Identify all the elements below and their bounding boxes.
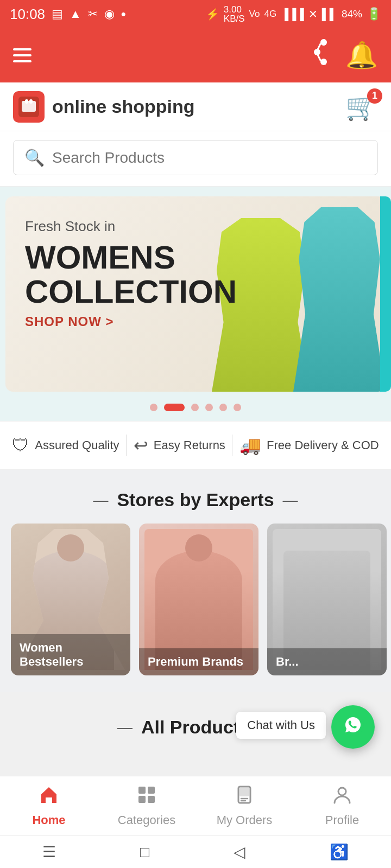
svg-rect-10 (148, 787, 155, 794)
carousel-dot-1[interactable] (150, 404, 157, 411)
tab-categories[interactable]: Categories (98, 779, 195, 833)
stores-section: — Stores by Experts — Women Bestsellers (0, 470, 391, 692)
spacer-1 (0, 675, 391, 692)
whatsapp-chat-button[interactable] (331, 705, 375, 749)
section-dash-left: — (93, 492, 108, 509)
battery-icon: 🔋 (367, 7, 381, 21)
signal-icon: ▐▐▐ (281, 8, 304, 21)
carousel-dot-5[interactable] (219, 404, 227, 411)
free-delivery-icon: 🚚 (239, 435, 261, 456)
hamburger-line-2 (13, 54, 31, 56)
banner-subtitle: Fresh Stock in (25, 218, 366, 235)
categories-icon (136, 784, 157, 810)
status-left: 10:08 ▤ ▲ ✂ ◉ • (10, 6, 126, 23)
android-back-btn[interactable]: ◁ (234, 843, 245, 861)
logo-area: online shopping (13, 91, 195, 123)
assured-quality-icon: 🛡 (12, 436, 29, 456)
svg-rect-14 (239, 788, 249, 796)
status-right: ⚡ 3.00KB/S Vo 4G ▐▐▐ ✕ ▌▌ 84% 🔋 (206, 5, 381, 23)
android-accessibility-btn[interactable]: ♿ (330, 843, 349, 861)
carousel-dot-2[interactable] (164, 404, 185, 411)
dot-icon: • (121, 6, 126, 23)
store-card-2-label: Premium Brands (139, 648, 258, 675)
feature-easy-returns: ↩ Easy Returns (134, 435, 225, 456)
notification-bell-icon[interactable]: 🔔 (345, 40, 378, 71)
app-logo (13, 91, 45, 123)
android-menu-btn[interactable]: ☰ (42, 843, 56, 861)
tab-profile[interactable]: Profile (293, 779, 391, 833)
stores-section-title: Stores by Experts (117, 489, 274, 510)
speed-text: 3.00KB/S (224, 5, 245, 23)
banner-title: WOMENSCOLLECTION (25, 240, 366, 309)
chat-tooltip: Chat with Us (236, 712, 326, 739)
store-card-3-label: Br... (267, 648, 387, 675)
hamburger-line-3 (13, 60, 31, 62)
top-nav: 🔔 (0, 28, 391, 82)
banner-text: Fresh Stock in WOMENSCOLLECTION SHOP NOW… (5, 196, 386, 392)
svg-rect-12 (148, 796, 155, 803)
battery-text: 84% (342, 8, 362, 20)
carousel-dot-6[interactable] (234, 404, 241, 411)
android-nav: ☰ □ ◁ ♿ (0, 835, 391, 868)
feature-assured-quality: 🛡 Assured Quality (12, 436, 119, 456)
assured-quality-label: Assured Quality (35, 438, 119, 452)
feature-divider-1 (126, 435, 127, 456)
cart-badge: 1 (367, 88, 382, 104)
tab-home[interactable]: Home (0, 779, 98, 833)
tab-orders-label: My Orders (217, 813, 273, 827)
app-name: online shopping (52, 96, 195, 117)
home-icon (39, 784, 59, 810)
tab-home-label: Home (32, 813, 65, 827)
store-card-brands[interactable]: Br... (267, 524, 387, 675)
tab-categories-label: Categories (118, 813, 175, 827)
header: online shopping 🛒 1 (0, 82, 391, 131)
section-dash-right: — (283, 492, 298, 509)
profile-icon (332, 784, 352, 810)
orders-icon (234, 784, 255, 810)
search-box[interactable]: 🔍 (13, 140, 378, 175)
easy-returns-icon: ↩ (134, 435, 148, 456)
carousel-dot-4[interactable] (205, 404, 213, 411)
banner-cta[interactable]: SHOP NOW > (25, 314, 366, 329)
msg-icon: ▤ (52, 7, 63, 21)
store-card-women-bestsellers[interactable]: Women Bestsellers (11, 524, 130, 675)
svg-rect-7 (29, 99, 33, 104)
cart-button[interactable]: 🛒 1 (345, 92, 378, 122)
network-4g: 4G (264, 9, 276, 20)
whatsapp-icon: ◉ (104, 7, 115, 21)
hamburger-line-1 (13, 48, 31, 50)
x-icon: ✕ (308, 8, 318, 21)
svg-rect-5 (22, 101, 36, 112)
android-home-btn[interactable]: □ (140, 844, 149, 861)
feature-divider-2 (232, 435, 232, 456)
bluetooth-icon: ⚡ (206, 8, 219, 21)
svg-point-17 (338, 788, 346, 795)
free-delivery-label: Free Delivery & COD (267, 438, 379, 452)
stores-row: Women Bestsellers Premium Brands Br... (0, 524, 391, 675)
share-icon[interactable] (306, 38, 335, 73)
status-bar: 10:08 ▤ ▲ ✂ ◉ • ⚡ 3.00KB/S Vo 4G ▐▐▐ ✕ ▌… (0, 0, 391, 28)
stores-section-header: — Stores by Experts — (0, 470, 391, 524)
svg-point-1 (320, 59, 327, 65)
store-card-premium-brands[interactable]: Premium Brands (139, 524, 258, 675)
tab-my-orders[interactable]: My Orders (195, 779, 293, 833)
feature-free-delivery: 🚚 Free Delivery & COD (239, 435, 379, 456)
svg-rect-9 (138, 787, 146, 794)
signal2-icon: ▌▌ (322, 8, 337, 21)
tab-bar: Home Categories My Orders (0, 776, 391, 835)
search-container: 🔍 (0, 131, 391, 187)
banner-section: Fresh Stock in WOMENSCOLLECTION SHOP NOW… (0, 187, 391, 421)
search-icon: 🔍 (24, 148, 45, 167)
banner-card[interactable]: Fresh Stock in WOMENSCOLLECTION SHOP NOW… (5, 196, 386, 392)
svg-rect-11 (138, 796, 146, 803)
all-products-dash-left: — (117, 719, 133, 736)
call-icon: ✂ (88, 7, 98, 21)
search-input[interactable] (52, 149, 367, 167)
tab-profile-label: Profile (325, 813, 359, 827)
carousel-dot-3[interactable] (191, 404, 199, 411)
features-row: 🛡 Assured Quality ↩ Easy Returns 🚚 Free … (0, 421, 391, 470)
hamburger-menu[interactable] (13, 48, 31, 62)
volte-icon: Vo (249, 9, 260, 20)
carousel-dots (0, 392, 391, 421)
whatsapp-icon (341, 713, 365, 742)
